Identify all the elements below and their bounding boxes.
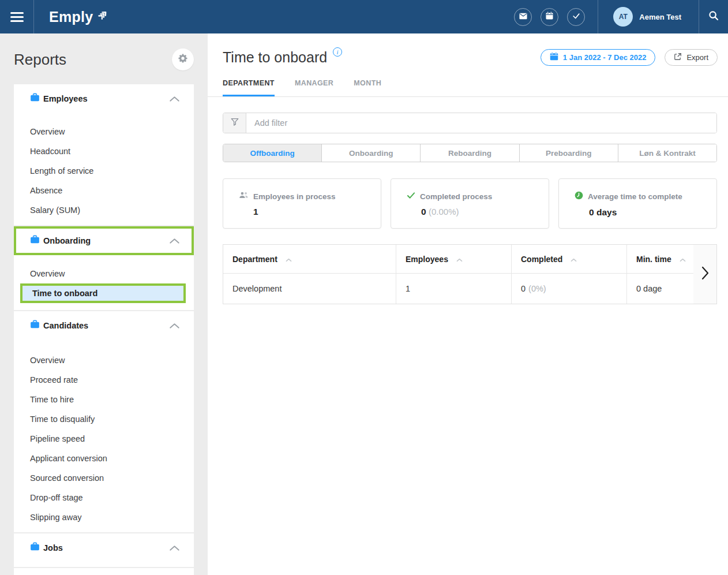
column-header-employees[interactable]: Employees: [396, 245, 512, 274]
column-header-completed[interactable]: Completed: [512, 245, 627, 274]
reports-sidebar: Reports Employees: [0, 33, 208, 575]
info-icon[interactable]: i: [333, 47, 342, 57]
segment-lon-kontrakt[interactable]: Løn & Kontrakt: [618, 144, 716, 162]
section-label: Employees: [43, 94, 88, 103]
filter-bar: [223, 113, 717, 133]
tasks-button[interactable]: [567, 8, 585, 26]
sidebar-item-applicant-conversion[interactable]: Applicant conversion: [14, 449, 194, 468]
segment-onboarding[interactable]: Onboarding: [322, 144, 421, 162]
export-icon: [674, 53, 682, 62]
menu-button[interactable]: [0, 0, 34, 33]
briefcase-icon: [30, 320, 40, 331]
user-menu[interactable]: AT Aemen Test: [598, 0, 699, 33]
stat-value: 1: [253, 207, 258, 216]
date-range-label: 1 Jan 2022 - 7 Dec 2022: [563, 53, 647, 62]
sidebar-item-length-of-service[interactable]: Length of service: [14, 161, 194, 181]
sort-caret-icon: [286, 255, 292, 264]
section-header-candidates[interactable]: Candidates: [14, 311, 194, 340]
avatar: AT: [613, 7, 633, 27]
segment-preboarding[interactable]: Preboarding: [520, 144, 618, 162]
chevron-up-icon: [169, 323, 180, 329]
top-navbar: Emply AT Aemen Test: [0, 0, 728, 33]
add-filter-input[interactable]: [246, 113, 716, 133]
tab-month[interactable]: MONTH: [354, 79, 381, 96]
briefcase-icon: [30, 93, 40, 104]
sidebar-item-time-to-hire[interactable]: Time to hire: [14, 390, 194, 409]
cell-employees: 1: [396, 274, 512, 304]
tab-department[interactable]: DEPARTMENT: [223, 79, 275, 96]
sidebar-item-headcount[interactable]: Headcount: [14, 141, 194, 161]
calendar-button[interactable]: [541, 8, 558, 26]
chevron-up-icon: [169, 238, 180, 244]
stat-completed-process: Completed process 0 (0.00%): [391, 178, 549, 229]
column-label: Employees: [406, 255, 448, 264]
stat-label: Average time to complete: [588, 192, 682, 201]
department-table: Department Employees Completed Min. time: [223, 244, 717, 304]
stat-suffix: (0.00%): [429, 207, 459, 216]
calendar-icon: [546, 12, 553, 22]
export-button[interactable]: Export: [665, 49, 718, 66]
calendar-icon: [550, 52, 558, 62]
sidebar-item-onboarding-overview[interactable]: Overview: [14, 264, 194, 283]
brand-name: Emply: [49, 9, 93, 25]
process-type-segments: Offboarding Onboarding Reboarding Preboa…: [223, 144, 717, 162]
section-header-onboarding-highlighted[interactable]: Onboarding: [14, 226, 194, 255]
chevron-up-icon: [169, 96, 180, 102]
stat-value: 0 days: [589, 207, 617, 217]
stat-label: Completed process: [420, 192, 492, 201]
section-label: Jobs: [43, 543, 63, 552]
sidebar-item-time-to-disqualify[interactable]: Time to disqualify: [14, 409, 194, 429]
sidebar-item-drop-off-stage[interactable]: Drop-off stage: [14, 488, 194, 507]
check-icon: [407, 191, 415, 201]
column-label: Completed: [521, 255, 562, 264]
sidebar-item-candidates-overview[interactable]: Overview: [14, 350, 194, 370]
briefcase-icon: [30, 235, 40, 247]
brand-logo: Emply: [49, 0, 110, 33]
sidebar-item-time-to-onboard-selected[interactable]: Time to onboard: [20, 283, 186, 303]
sort-caret-icon: [456, 255, 463, 264]
view-tabs: DEPARTMENT MANAGER MONTH: [223, 79, 728, 96]
column-header-department[interactable]: Department: [223, 245, 396, 274]
reports-settings-button[interactable]: [172, 48, 194, 70]
section-label: Candidates: [43, 321, 88, 330]
mail-button[interactable]: [514, 8, 532, 26]
stat-value: 0: [421, 207, 426, 216]
segment-offboarding[interactable]: Offboarding: [223, 144, 322, 162]
cell-value: 0 dage: [636, 284, 662, 293]
section-employees: Employees Overview Headcount Length of s…: [14, 84, 194, 225]
page-title: Time to onboard: [223, 48, 327, 66]
section-label: Onboarding: [43, 236, 91, 245]
chevron-up-icon: [169, 545, 180, 551]
sidebar-item-overview[interactable]: Overview: [14, 122, 194, 141]
sidebar-item-slipping-away[interactable]: Slipping away: [14, 507, 194, 527]
chevron-right-icon: [701, 266, 709, 282]
column-label: Min. time: [636, 255, 671, 264]
sidebar-item-sourced-conversion[interactable]: Sourced conversion: [14, 468, 194, 488]
sidebar-item-pipeline-speed[interactable]: Pipeline speed: [14, 429, 194, 449]
search-button[interactable]: [699, 0, 728, 33]
sort-caret-icon: [571, 255, 577, 264]
sort-caret-icon: [680, 255, 686, 264]
tab-manager[interactable]: MANAGER: [295, 79, 333, 96]
funnel-icon: [230, 117, 239, 129]
filter-icon-box: [223, 113, 246, 133]
stat-employees-in-process: Employees in process 1: [223, 178, 381, 229]
segment-reboarding[interactable]: Reboarding: [421, 144, 519, 162]
table-scroll-right-button[interactable]: [693, 245, 716, 304]
main-content: Time to onboard i 1 Jan 2022 - 7 Dec 202…: [208, 33, 728, 575]
briefcase-icon: [30, 542, 40, 554]
cell-min-time: 0 dage: [627, 274, 693, 304]
mail-icon: [519, 12, 527, 22]
sidebar-item-salary-sum[interactable]: Salary (SUM): [14, 200, 194, 220]
sidebar-item-proceed-rate[interactable]: Proceed rate: [14, 370, 194, 390]
hamburger-icon: [10, 12, 24, 22]
column-header-min-time[interactable]: Min. time: [627, 245, 693, 274]
date-range-button[interactable]: 1 Jan 2022 - 7 Dec 2022: [541, 49, 656, 66]
clock-icon: [575, 191, 583, 202]
sidebar-title: Reports: [14, 51, 66, 69]
stat-average-time: Average time to complete 0 days: [558, 178, 717, 229]
section-header-jobs[interactable]: Jobs: [14, 533, 194, 562]
section-header-employees[interactable]: Employees: [14, 84, 194, 113]
export-label: Export: [686, 53, 708, 62]
sidebar-item-absence[interactable]: Absence: [14, 181, 194, 200]
